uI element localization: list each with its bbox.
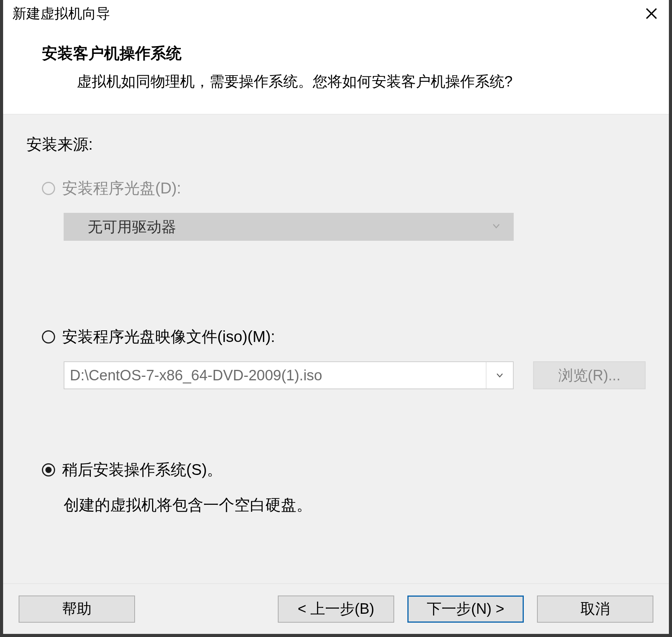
disc-drive-text: 无可用驱动器 (88, 217, 491, 237)
disc-drive-dropdown: 无可用驱动器 (64, 213, 514, 241)
back-button[interactable]: < 上一步(B) (278, 596, 394, 623)
iso-path-input[interactable] (64, 362, 486, 388)
next-button[interactable]: 下一步(N) > (407, 596, 524, 623)
radio-iso[interactable] (42, 330, 55, 344)
chevron-down-icon (495, 371, 504, 380)
cancel-button[interactable]: 取消 (537, 596, 653, 623)
radio-later-label: 稍后安装操作系统(S)。 (62, 459, 222, 480)
header-subtitle: 虚拟机如同物理机，需要操作系统。您将如何安装客户机操作系统? (42, 72, 646, 91)
iso-dropdown-button[interactable] (486, 362, 513, 388)
back-button-label: < 上一步(B) (298, 599, 374, 619)
option-install-later[interactable]: 稍后安装操作系统(S)。 (42, 459, 646, 480)
radio-iso-label: 安装程序光盘映像文件(iso)(M): (62, 326, 275, 347)
iso-row: 浏览(R)... (64, 361, 646, 389)
radio-disc-label: 安装程序光盘(D): (62, 178, 181, 199)
window-title: 新建虚拟机向导 (12, 4, 638, 23)
close-button[interactable] (638, 2, 665, 25)
radio-later[interactable] (42, 463, 55, 476)
titlebar: 新建虚拟机向导 (3, 0, 669, 27)
iso-path-combobox[interactable] (64, 361, 514, 389)
cancel-button-label: 取消 (580, 599, 610, 619)
next-button-label: 下一步(N) > (427, 599, 504, 619)
new-vm-wizard-dialog: 新建虚拟机向导 安装客户机操作系统 虚拟机如同物理机，需要操作系统。您将如何安装… (3, 0, 669, 634)
option-installer-disc: 安装程序光盘(D): (42, 178, 646, 199)
wizard-header: 安装客户机操作系统 虚拟机如同物理机，需要操作系统。您将如何安装客户机操作系统? (3, 27, 669, 114)
chevron-down-icon (491, 221, 501, 233)
install-later-hint: 创建的虚拟机将包含一个空白硬盘。 (64, 494, 646, 516)
browse-button[interactable]: 浏览(R)... (533, 361, 646, 389)
header-title: 安装客户机操作系统 (42, 43, 646, 64)
option-iso-image[interactable]: 安装程序光盘映像文件(iso)(M): (42, 326, 646, 347)
help-button[interactable]: 帮助 (19, 596, 135, 623)
source-label: 安装来源: (26, 134, 646, 155)
close-icon (645, 7, 658, 20)
wizard-footer: 帮助 < 上一步(B) 下一步(N) > 取消 (3, 583, 669, 634)
help-button-label: 帮助 (62, 599, 92, 619)
radio-disc (42, 182, 55, 195)
wizard-body: 安装来源: 安装程序光盘(D): 无可用驱动器 安装程序光盘映像文件(iso)(… (3, 114, 669, 583)
browse-button-label: 浏览(R)... (558, 366, 620, 385)
